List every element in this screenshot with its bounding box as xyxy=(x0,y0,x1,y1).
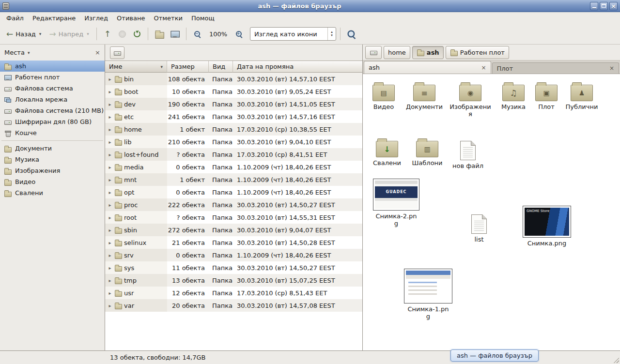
menu-item-5[interactable]: Помощ xyxy=(187,13,219,23)
icon-view-item[interactable]: GUADECСнимка-2.png xyxy=(375,179,417,227)
table-row[interactable]: ▸lib210 обектаПапка30.03.2010 (вт) 9,04,… xyxy=(105,136,362,148)
computer-button[interactable] xyxy=(168,26,182,42)
icon-view-item[interactable]: ◉Изображения xyxy=(450,82,491,118)
sidebar-title[interactable]: Места xyxy=(4,49,25,56)
expander-icon[interactable]: ▸ xyxy=(108,139,112,145)
sidebar-item[interactable]: Музика xyxy=(0,154,105,165)
tab-close-icon[interactable]: × xyxy=(481,64,486,71)
expander-icon[interactable]: ▸ xyxy=(108,202,112,208)
sidebar-item[interactable]: Файлова система xyxy=(0,83,105,94)
view-mode-spinner[interactable]: ▴▾ xyxy=(327,28,336,40)
icon-view-item[interactable]: ▤Видео xyxy=(363,82,404,110)
table-row[interactable]: ▸boot10 обектаПапка30.03.2010 (вт) 9,05,… xyxy=(105,85,362,98)
search-button[interactable] xyxy=(344,26,358,42)
expander-icon[interactable]: ▸ xyxy=(108,190,112,195)
sidebar-item[interactable]: Файлова система (210 MB) xyxy=(0,105,105,116)
path-button-ash[interactable]: ash xyxy=(412,46,444,59)
back-history-dropdown-icon[interactable]: ▾ xyxy=(39,31,42,36)
titlebar[interactable]: ash — файлов браузър × xyxy=(0,0,620,12)
tab-plot[interactable]: Плот × xyxy=(492,62,620,74)
maximize-button[interactable] xyxy=(600,2,608,10)
column-header-date[interactable]: Дата на промяна xyxy=(233,61,362,73)
table-row[interactable]: ▸bin108 обектаПапка30.03.2010 (вт) 14,57… xyxy=(105,73,362,85)
expander-icon[interactable]: ▸ xyxy=(108,114,112,120)
zoom-out-button[interactable]: − xyxy=(190,26,204,42)
table-row[interactable]: ▸proc222 обектаПапка30.03.2010 (вт) 14,5… xyxy=(105,198,362,211)
minimize-button[interactable] xyxy=(590,2,598,10)
expander-icon[interactable]: ▸ xyxy=(108,152,112,157)
table-row[interactable]: ▸etc241 обектаПапка30.03.2010 (вт) 14,57… xyxy=(105,110,362,123)
home-button[interactable] xyxy=(152,26,167,42)
menu-item-0[interactable]: Файл xyxy=(2,13,28,23)
expander-icon[interactable]: ▸ xyxy=(108,265,112,271)
column-header-size[interactable]: Размер xyxy=(167,61,209,73)
sidebar-item[interactable]: Свалени xyxy=(0,187,105,198)
expander-icon[interactable]: ▸ xyxy=(108,127,112,132)
forward-button[interactable]: → Напред ▾ xyxy=(46,26,92,42)
icon-view-item[interactable]: ♟Публични xyxy=(561,82,603,110)
filesystem-root-button[interactable] xyxy=(110,46,124,59)
tab-ash[interactable]: ash × xyxy=(364,61,491,74)
expander-icon[interactable]: ▸ xyxy=(108,165,112,170)
tab-close-icon[interactable]: × xyxy=(609,65,614,72)
menu-item-1[interactable]: Редактиране xyxy=(28,13,80,23)
icon-view-item[interactable]: ≡Документи xyxy=(403,82,445,110)
sidebar-item[interactable]: Документи xyxy=(0,143,105,154)
path-button-desktop[interactable]: Работен плот xyxy=(446,46,509,59)
expander-icon[interactable]: ▸ xyxy=(108,102,112,107)
table-row[interactable]: ▸sbin272 обектаПапка30.03.2010 (вт) 9,04… xyxy=(105,224,362,236)
table-row[interactable]: ▸opt0 обектаПапка1.10.2009 (чт) 18,40,26… xyxy=(105,186,362,198)
expander-icon[interactable]: ▸ xyxy=(108,177,112,182)
column-header-name[interactable]: Име ▾ xyxy=(105,61,167,73)
back-button[interactable]: ← Назад ▾ xyxy=(3,26,45,42)
icon-view-item[interactable]: list xyxy=(458,212,500,243)
table-row[interactable]: ▸srv0 обектаПапка1.10.2009 (чт) 18,40,26… xyxy=(105,249,362,261)
sidebar-close-icon[interactable]: × xyxy=(95,49,100,56)
expander-icon[interactable]: ▸ xyxy=(108,303,112,308)
table-row[interactable]: ▸selinux21 обектаПапка30.03.2010 (вт) 14… xyxy=(105,236,362,249)
menu-item-2[interactable]: Изглед xyxy=(80,13,112,23)
sidebar-item[interactable]: Изображения xyxy=(0,165,105,176)
table-row[interactable]: ▸dev190 обектаПапка30.03.2010 (вт) 14,51… xyxy=(105,98,362,110)
expander-icon[interactable]: ▸ xyxy=(108,215,112,220)
table-row[interactable]: ▸usr12 обектаПапка17.03.2010 (ср) 8,51,4… xyxy=(105,287,362,299)
expander-icon[interactable]: ▸ xyxy=(108,228,112,233)
sidebar-item[interactable]: Шифриран дял (80 GB) xyxy=(0,116,105,127)
expander-icon[interactable]: ▸ xyxy=(108,89,112,94)
expander-icon[interactable]: ▸ xyxy=(108,240,112,245)
table-row[interactable]: ▸var20 обектаПапка30.03.2010 (вт) 14,57,… xyxy=(105,299,362,312)
icon-view-item[interactable]: ↓Свалени xyxy=(366,138,408,167)
column-header-type[interactable]: Вид xyxy=(209,61,233,73)
close-button[interactable]: × xyxy=(609,2,618,10)
menu-item-4[interactable]: Отметки xyxy=(149,13,186,23)
icon-view-item[interactable]: нов файл xyxy=(447,139,489,169)
expander-icon[interactable]: ▸ xyxy=(108,290,112,296)
sidebar-item[interactable]: ash xyxy=(0,61,105,72)
resize-grip[interactable] xyxy=(613,357,619,363)
sidebar-item[interactable]: Локална мрежа xyxy=(0,94,105,105)
path-button-home[interactable]: home xyxy=(384,46,410,59)
up-button[interactable]: ↑ xyxy=(101,26,114,42)
path-filesystem-button[interactable] xyxy=(365,46,382,59)
expander-icon[interactable]: ▸ xyxy=(108,253,112,258)
expander-icon[interactable]: ▸ xyxy=(108,76,112,82)
table-row[interactable]: ▸home1 обектПапка17.03.2010 (ср) 10,38,5… xyxy=(105,123,362,136)
table-row[interactable]: ▸tmp13 обектаПапка30.03.2010 (вт) 15,07,… xyxy=(105,274,362,287)
sidebar-selector-dropdown-icon[interactable]: ▾ xyxy=(28,50,30,55)
zoom-in-button[interactable]: + xyxy=(232,26,246,42)
icon-view-item[interactable]: GNOME StoreСнимка.png xyxy=(526,206,568,247)
icon-view-item[interactable]: Снимка-1.png xyxy=(407,269,449,320)
menu-item-3[interactable]: Отиване xyxy=(112,13,149,23)
table-row[interactable]: ▸sys11 обектаПапка30.03.2010 (вт) 14,50,… xyxy=(105,261,362,274)
sidebar-item[interactable]: Кошче xyxy=(0,127,105,138)
table-row[interactable]: ▸lost+found? обектаПапка17.03.2010 (ср) … xyxy=(105,148,362,161)
sidebar-item[interactable]: Работен плот xyxy=(0,72,105,83)
expander-icon[interactable]: ▸ xyxy=(108,278,112,283)
view-mode-select[interactable]: Изглед като икони ▴▾ xyxy=(250,27,336,41)
sidebar-item[interactable]: Видео xyxy=(0,176,105,187)
reload-button[interactable] xyxy=(130,26,144,42)
icon-view-item[interactable]: ▥Шаблони xyxy=(406,138,448,167)
table-row[interactable]: ▸mnt1 обектПапка1.10.2009 (чт) 18,40,26 … xyxy=(105,173,362,186)
table-row[interactable]: ▸media0 обектаПапка1.10.2009 (чт) 18,40,… xyxy=(105,161,362,173)
taskbar-window-button[interactable]: ash — файлов браузър xyxy=(450,349,539,362)
